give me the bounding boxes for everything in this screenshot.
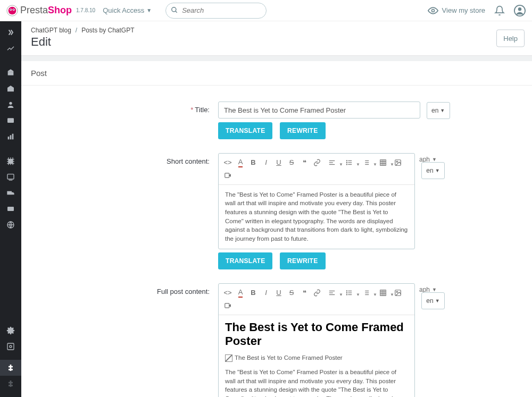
numbered-list-icon[interactable]: ▼ [358, 157, 374, 168]
label-full-content: Full post content: [37, 283, 218, 295]
source-code-icon[interactable]: <> [222, 287, 234, 299]
quote-icon[interactable]: ❝ [298, 157, 310, 168]
sidebar-orders-icon[interactable] [0, 65, 21, 81]
svg-point-9 [514, 5, 525, 15]
title-input[interactable] [218, 102, 420, 119]
breadcrumb: ChatGPT blog / Posts by ChatGPT [31, 27, 522, 34]
svg-rect-42 [395, 159, 401, 165]
svg-rect-24 [7, 343, 14, 350]
notifications-icon[interactable] [494, 5, 505, 16]
sidebar-customers-icon[interactable] [0, 97, 21, 113]
sidebar-international-icon[interactable] [0, 217, 21, 233]
svg-point-23 [10, 345, 12, 348]
underline-icon[interactable]: U [273, 157, 285, 168]
text-color-icon[interactable]: A [235, 157, 246, 168]
bullet-list-icon[interactable]: ▼ [341, 157, 357, 168]
quick-access-menu[interactable]: Quick Access ▼ [103, 6, 152, 14]
sidebar-payment-icon[interactable] [0, 201, 21, 217]
svg-point-48 [346, 290, 347, 291]
table-icon[interactable]: ▼ [375, 287, 391, 299]
page-title: Edit [31, 35, 522, 49]
svg-rect-19 [7, 191, 12, 195]
lang-dropdown-short[interactable]: en▼ [421, 162, 445, 179]
bold-icon[interactable]: B [247, 157, 259, 168]
strike-icon[interactable]: S [286, 287, 297, 299]
brand-shop: Shop [48, 5, 72, 16]
help-button[interactable]: Help [496, 30, 525, 47]
row-title: *Title: en▼ TRANSLATE REWRITE [37, 102, 516, 143]
svg-point-21 [7, 222, 14, 228]
sidebar-shipping-icon[interactable] [0, 185, 21, 201]
italic-icon[interactable]: I [260, 287, 272, 299]
sidebar-stats-icon[interactable] [0, 129, 21, 145]
link-icon[interactable] [311, 287, 323, 299]
sidebar-expand-icon[interactable] [0, 24, 21, 40]
sidebar-design-icon[interactable] [0, 169, 21, 185]
strike-icon[interactable]: S [286, 157, 297, 168]
link-icon[interactable] [311, 157, 323, 168]
bold-icon[interactable]: B [247, 287, 259, 299]
align-icon[interactable]: ▼ [324, 287, 340, 299]
breadcrumb-separator: / [76, 27, 77, 34]
lang-dropdown-full[interactable]: en▼ [421, 292, 445, 309]
sidebar-plugin-active-icon[interactable] [0, 360, 21, 376]
rewrite-button-title[interactable]: REWRITE [280, 122, 325, 139]
video-icon[interactable] [222, 300, 234, 311]
breadcrumb-item-2[interactable]: Posts by ChatGPT [81, 27, 134, 34]
broken-image: The Best is Yet to Come Framed Poster [225, 353, 343, 362]
text-color-icon[interactable]: A [235, 287, 246, 299]
table-icon[interactable]: ▼ [375, 157, 391, 168]
quote-icon[interactable]: ❝ [298, 287, 310, 299]
rte-body-full[interactable]: The Best is Yet to Come Framed Poster Th… [219, 315, 414, 397]
sidebar-plugin-icon[interactable] [0, 376, 21, 392]
prestashop-icon [6, 5, 18, 16]
video-icon[interactable] [222, 170, 234, 181]
account-icon[interactable] [514, 5, 526, 16]
svg-rect-20 [7, 207, 14, 211]
sidebar-modules-icon[interactable] [0, 153, 21, 169]
numbered-list-icon[interactable]: ▼ [358, 287, 374, 299]
svg-point-22 [10, 330, 12, 332]
svg-line-7 [176, 11, 177, 12]
panel-heading: Post [21, 61, 532, 86]
view-store-label: View my store [442, 6, 485, 14]
logo[interactable]: PrestaShop [6, 5, 72, 16]
row-short-content: Short content: <> A B I U S [37, 153, 516, 274]
rte-toolbar-full: <> A B I U S ❝ ▼ ▼ [219, 284, 414, 315]
source-code-icon[interactable]: <> [222, 157, 234, 168]
svg-point-1 [9, 6, 16, 14]
underline-icon[interactable]: U [273, 287, 285, 299]
translate-button-short[interactable]: TRANSLATE [218, 252, 272, 269]
align-icon[interactable]: ▼ [324, 157, 340, 168]
bullet-list-icon[interactable]: ▼ [341, 287, 357, 299]
version-label: 1.7.8.10 [76, 7, 95, 13]
rte-body-short[interactable]: The "Best is Yet to Come" Framed Poster … [219, 185, 414, 249]
view-store-link[interactable]: View my store [427, 5, 485, 16]
full-p1: The "Best is Yet to Come" Framed Poster … [225, 368, 408, 397]
svg-point-4 [10, 9, 11, 10]
label-short-content: Short content: [37, 153, 218, 165]
svg-rect-11 [8, 72, 14, 75]
svg-point-63 [396, 291, 397, 292]
broken-image-alt: The Best is Yet to Come Framed Poster [235, 353, 343, 362]
svg-point-50 [346, 292, 347, 293]
rewrite-button-short[interactable]: REWRITE [280, 252, 325, 269]
italic-icon[interactable]: I [260, 157, 272, 168]
image-icon[interactable] [392, 287, 404, 299]
breadcrumb-item-1[interactable]: ChatGPT blog [31, 27, 71, 34]
sidebar-customer-service-icon[interactable] [0, 113, 21, 129]
rte-full: <> A B I U S ❝ ▼ ▼ [218, 283, 415, 397]
sidebar-catalog-icon[interactable] [0, 81, 21, 97]
page-header: ChatGPT blog / Posts by ChatGPT Edit Hel… [21, 21, 532, 56]
brand-presta: Presta [20, 5, 48, 16]
svg-point-8 [431, 9, 434, 12]
label-title: *Title: [37, 102, 218, 114]
sidebar-advanced-icon[interactable] [0, 339, 21, 354]
translate-button-title[interactable]: TRANSLATE [218, 122, 272, 139]
search-input[interactable] [165, 3, 267, 19]
sidebar-configure-icon[interactable] [0, 323, 21, 339]
sidebar-dashboard-icon[interactable] [0, 40, 21, 56]
image-icon[interactable] [392, 157, 404, 168]
lang-dropdown-title[interactable]: en▼ [427, 102, 450, 119]
chevron-down-icon: ▼ [440, 108, 445, 113]
